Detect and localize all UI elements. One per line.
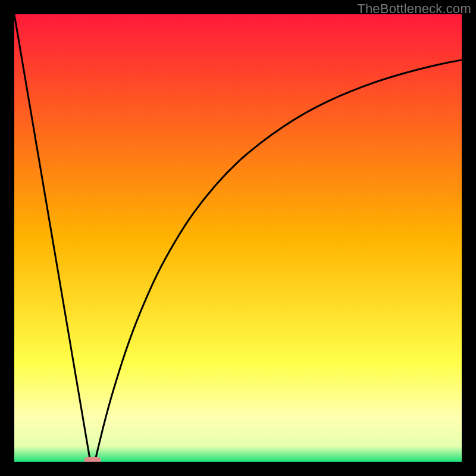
- minimum-marker: [84, 457, 101, 462]
- chart-svg: [14, 14, 462, 462]
- chart-frame: TheBottleneck.com: [0, 0, 476, 476]
- chart-background-gradient: [14, 14, 462, 462]
- plot-area: [14, 14, 462, 462]
